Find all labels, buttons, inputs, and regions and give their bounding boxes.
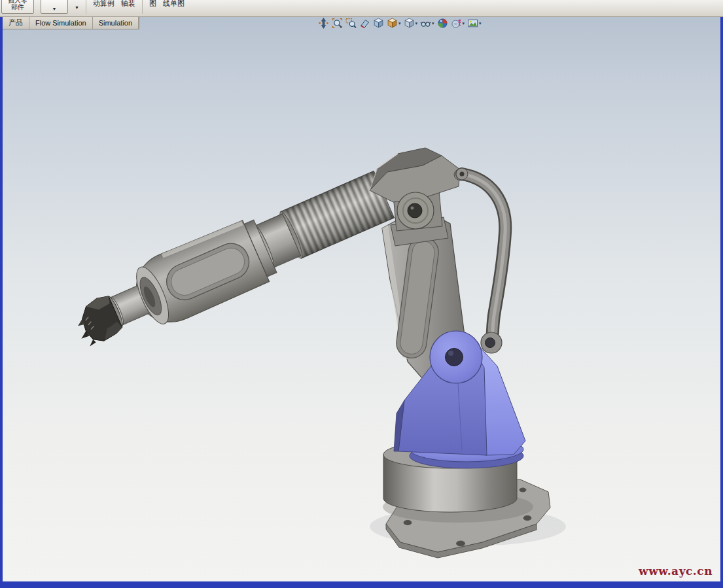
- tab-product[interactable]: 产品: [3, 16, 29, 29]
- commandmanager-tabs: 产品 Flow Simulation Simulation: [3, 16, 139, 29]
- tab-flow-simulation-label: Flow Simulation: [35, 19, 86, 27]
- toolbar-item-line-drawing[interactable]: 线单图: [163, 0, 185, 9]
- dropdown-arrow-icon[interactable]: ▾: [479, 21, 482, 26]
- dropdown-arrow-icon[interactable]: ▾: [463, 21, 465, 26]
- solidworks-window: 插入零部件 ▼ ▼ 动算例 轴装 图 线单图: [0, 0, 723, 588]
- tab-simulation-label: Simulation: [99, 19, 132, 27]
- edit-appearance-icon[interactable]: [437, 18, 448, 29]
- view-orientation-icon[interactable]: [318, 18, 329, 29]
- toolbar-item-view[interactable]: 图: [149, 0, 156, 9]
- section-view-icon[interactable]: [359, 18, 370, 29]
- toolbar-separator: [86, 0, 86, 14]
- toolbar-separator: [142, 0, 143, 14]
- dropdown-arrow-icon[interactable]: ▾: [432, 21, 434, 26]
- view-settings-icon[interactable]: ▾: [467, 18, 482, 29]
- hide-show-items-icon[interactable]: ▾: [420, 18, 434, 29]
- heads-up-toolbar: ▾ ▾ ▾ ▾ ▾: [318, 18, 482, 29]
- apply-scene-icon[interactable]: ▾: [451, 18, 465, 29]
- insert-component-label: 插入零部件: [6, 0, 29, 10]
- graphics-viewport[interactable]: 产品 Flow Simulation Simulation ▾: [0, 16, 723, 588]
- insert-component-dropdown-button[interactable]: ▼: [41, 0, 68, 14]
- display-style-icon[interactable]: ▾: [387, 18, 401, 29]
- dropdown-arrow-icon[interactable]: ▾: [415, 21, 418, 26]
- shaded-view-icon[interactable]: ▾: [404, 18, 418, 29]
- view-cube-icon[interactable]: [373, 18, 384, 29]
- dropdown-arrow-icon: ▼: [52, 7, 57, 11]
- insert-component-button[interactable]: 插入零部件: [1, 0, 34, 14]
- toolbar-dropdown-arrow-icon[interactable]: ▼: [75, 5, 79, 10]
- tab-flow-simulation[interactable]: Flow Simulation: [29, 16, 93, 29]
- zoom-area-icon[interactable]: [345, 18, 357, 29]
- toolbar-item-motion-study[interactable]: 动算例: [93, 0, 115, 9]
- robot-arm-model: [3, 16, 720, 581]
- tab-simulation[interactable]: Simulation: [93, 16, 139, 29]
- tab-product-label: 产品: [9, 18, 23, 27]
- zoom-fit-icon[interactable]: [332, 18, 343, 29]
- toolbar-item-assembly[interactable]: 轴装: [121, 0, 135, 9]
- watermark: www.ayc.cn: [639, 564, 713, 578]
- top-toolbar: 插入零部件 ▼ ▼ 动算例 轴装 图 线单图: [0, 0, 723, 17]
- dropdown-arrow-icon[interactable]: ▾: [398, 21, 401, 26]
